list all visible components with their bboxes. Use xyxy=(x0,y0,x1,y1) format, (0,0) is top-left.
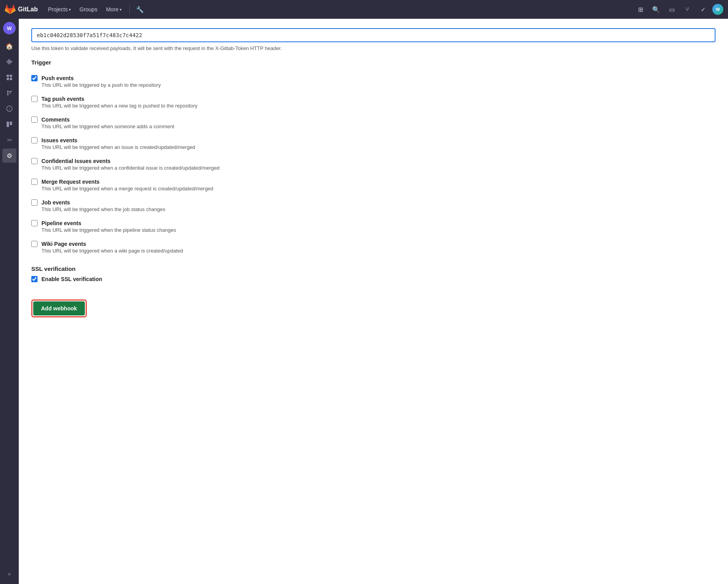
nav-divider xyxy=(129,5,130,14)
todos-icon[interactable]: ✓ xyxy=(697,3,709,16)
svg-rect-3 xyxy=(10,60,11,63)
add-webhook-button[interactable]: Add webhook xyxy=(33,301,85,315)
trigger-name-merge_request_events[interactable]: Merge Request events xyxy=(41,179,100,185)
sidebar-project-avatar[interactable]: W xyxy=(3,22,16,34)
sidebar-expand-button[interactable]: » xyxy=(2,567,16,581)
trigger-name-issues_events[interactable]: Issues events xyxy=(41,137,77,143)
svg-point-9 xyxy=(7,91,9,92)
trigger-item-wiki_page_events: Wiki Page eventsThis URL will be trigger… xyxy=(31,237,715,258)
trigger-item-issues_events: Issues eventsThis URL will be triggered … xyxy=(31,133,715,154)
sidebar-item-boards[interactable] xyxy=(2,70,16,84)
trigger-checkbox-push_events[interactable] xyxy=(31,75,38,81)
trigger-desc-confidential_issues_events: This URL will be triggered when a confid… xyxy=(31,165,715,171)
projects-chevron-icon: ▾ xyxy=(69,7,71,12)
trigger-label-row-issues_events: Issues events xyxy=(31,137,715,143)
trigger-desc-push_events: This URL will be triggered by a push to … xyxy=(31,82,715,88)
svg-rect-5 xyxy=(7,75,9,77)
sidebar-item-packages[interactable] xyxy=(2,117,16,131)
svg-rect-16 xyxy=(10,122,12,125)
trigger-name-comments[interactable]: Comments xyxy=(41,116,70,123)
topnav-right: ⊞ 🔍 ▭ ⑂ ✓ W xyxy=(634,3,723,16)
trigger-list: Push eventsThis URL will be triggered by… xyxy=(31,71,715,258)
sidebar: W 🏠 ! ✂ ⚙ » xyxy=(0,19,19,584)
trigger-desc-issues_events: This URL will be triggered when an issue… xyxy=(31,144,715,150)
trigger-label-row-job_events: Job events xyxy=(31,199,715,206)
trigger-item-comments: CommentsThis URL will be triggered when … xyxy=(31,113,715,133)
trigger-item-confidential_issues_events: Confidential Issues eventsThis URL will … xyxy=(31,154,715,175)
trigger-label-row-merge_request_events: Merge Request events xyxy=(31,179,715,185)
sidebar-item-activity[interactable] xyxy=(2,55,16,69)
trigger-label-row-wiki_page_events: Wiki Page events xyxy=(31,241,715,247)
trigger-checkbox-job_events[interactable] xyxy=(31,199,38,206)
nav-groups[interactable]: Groups xyxy=(75,4,101,15)
ssl-section: SSL verification Enable SSL verification xyxy=(31,265,715,282)
topnav-nav: Projects ▾ Groups More ▾ 🔧 xyxy=(44,3,631,16)
trigger-label-row-tag_push_events: Tag push events xyxy=(31,96,715,102)
trigger-name-confidential_issues_events[interactable]: Confidential Issues events xyxy=(41,158,111,164)
trigger-desc-pipeline_events: This URL will be triggered when the pipe… xyxy=(31,227,715,233)
gitlab-wordmark: GitLab xyxy=(18,6,38,13)
new-item-icon[interactable]: ⊞ xyxy=(634,3,647,16)
nav-projects[interactable]: Projects ▾ xyxy=(44,4,75,15)
sidebar-item-snippets[interactable]: ✂ xyxy=(2,133,16,147)
search-icon[interactable]: 🔍 xyxy=(650,3,662,16)
trigger-item-push_events: Push eventsThis URL will be triggered by… xyxy=(31,71,715,92)
svg-point-10 xyxy=(7,94,9,95)
svg-rect-6 xyxy=(10,75,12,77)
trigger-desc-job_events: This URL will be triggered when the job … xyxy=(31,206,715,212)
trigger-checkbox-pipeline_events[interactable] xyxy=(31,220,38,226)
main-layout: W 🏠 ! ✂ ⚙ » Use this token to validate r… xyxy=(0,19,728,584)
add-webhook-wrapper: Add webhook xyxy=(31,299,87,317)
trigger-item-pipeline_events: Pipeline eventsThis URL will be triggere… xyxy=(31,216,715,237)
trigger-section-title: Trigger xyxy=(31,59,715,66)
ssl-section-title: SSL verification xyxy=(31,265,715,272)
sidebar-bottom: » xyxy=(2,564,16,581)
svg-rect-4 xyxy=(11,61,12,63)
svg-rect-7 xyxy=(7,78,9,80)
ssl-label[interactable]: Enable SSL verification xyxy=(41,276,102,282)
trigger-label-row-pipeline_events: Pipeline events xyxy=(31,220,715,226)
main-content: Use this token to validate received payl… xyxy=(19,19,728,584)
trigger-name-job_events[interactable]: Job events xyxy=(41,199,70,206)
svg-rect-8 xyxy=(10,78,12,80)
svg-rect-2 xyxy=(9,59,10,64)
svg-text:!: ! xyxy=(9,107,10,111)
gitlab-logo[interactable]: GitLab xyxy=(5,4,38,15)
trigger-desc-comments: This URL will be triggered when someone … xyxy=(31,124,715,129)
trigger-checkbox-issues_events[interactable] xyxy=(31,137,38,143)
trigger-label-row-push_events: Push events xyxy=(31,75,715,81)
svg-rect-1 xyxy=(8,60,9,64)
token-input-wrapper xyxy=(31,28,715,42)
trigger-name-push_events[interactable]: Push events xyxy=(41,75,74,81)
ssl-checkbox[interactable] xyxy=(31,276,38,282)
trigger-checkbox-wiki_page_events[interactable] xyxy=(31,241,38,247)
trigger-label-row-comments: Comments xyxy=(31,116,715,123)
issues-icon[interactable]: ▭ xyxy=(665,3,678,16)
trigger-item-job_events: Job eventsThis URL will be triggered whe… xyxy=(31,195,715,216)
sidebar-item-home[interactable]: 🏠 xyxy=(2,39,16,53)
merge-requests-nav-icon[interactable]: ⑂ xyxy=(681,3,694,16)
secret-token-input[interactable] xyxy=(31,28,715,42)
trigger-name-pipeline_events[interactable]: Pipeline events xyxy=(41,220,81,226)
sidebar-item-settings[interactable]: ⚙ xyxy=(2,149,16,163)
wrench-icon[interactable]: 🔧 xyxy=(134,3,146,16)
trigger-checkbox-comments[interactable] xyxy=(31,116,38,123)
svg-point-11 xyxy=(10,91,12,92)
trigger-item-merge_request_events: Merge Request eventsThis URL will be tri… xyxy=(31,175,715,195)
user-avatar-menu[interactable]: W xyxy=(712,4,723,15)
svg-rect-0 xyxy=(7,61,7,63)
nav-more[interactable]: More ▾ xyxy=(102,4,126,15)
trigger-checkbox-tag_push_events[interactable] xyxy=(31,96,38,102)
trigger-name-tag_push_events[interactable]: Tag push events xyxy=(41,96,84,102)
more-chevron-icon: ▾ xyxy=(120,7,122,12)
trigger-name-wiki_page_events[interactable]: Wiki Page events xyxy=(41,241,86,247)
trigger-label-row-confidential_issues_events: Confidential Issues events xyxy=(31,158,715,164)
ssl-label-row: Enable SSL verification xyxy=(31,276,715,282)
trigger-checkbox-confidential_issues_events[interactable] xyxy=(31,158,38,164)
trigger-desc-merge_request_events: This URL will be triggered when a merge … xyxy=(31,186,715,192)
sidebar-item-merge-requests[interactable] xyxy=(2,86,16,100)
svg-rect-15 xyxy=(7,122,9,127)
trigger-desc-wiki_page_events: This URL will be triggered when a wiki p… xyxy=(31,248,715,254)
sidebar-item-todos[interactable]: ! xyxy=(2,102,16,116)
trigger-checkbox-merge_request_events[interactable] xyxy=(31,179,38,185)
